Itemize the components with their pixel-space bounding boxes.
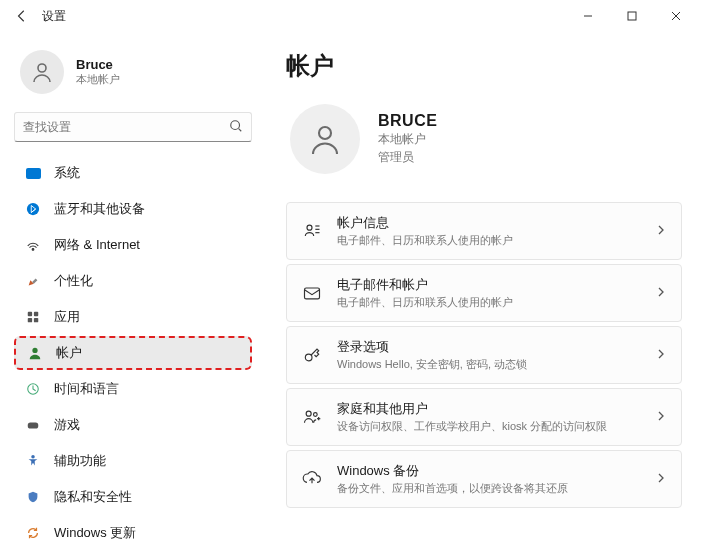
back-button[interactable]	[8, 2, 36, 30]
svg-point-22	[306, 411, 311, 416]
nav-label: 帐户	[56, 344, 82, 362]
accounts-icon	[26, 344, 44, 362]
card-title: Windows 备份	[337, 462, 655, 480]
svg-rect-10	[34, 318, 38, 322]
sidebar-item-accessibility[interactable]: 辅助功能	[14, 444, 252, 478]
nav-label: 蓝牙和其他设备	[54, 200, 145, 218]
profile-block: BRUCE 本地帐户 管理员	[290, 104, 682, 174]
svg-rect-7	[28, 312, 32, 316]
svg-point-2	[38, 64, 46, 72]
maximize-button[interactable]	[610, 2, 654, 30]
content-area: 帐户 BRUCE 本地帐户 管理员 帐户信息 电子邮件、日历和联系人使用的帐户	[260, 32, 706, 550]
account-info-icon	[301, 220, 323, 242]
chevron-right-icon	[655, 348, 667, 363]
sidebar: Bruce 本地帐户 系统 蓝牙和其他设备	[0, 32, 260, 550]
card-subtitle: 电子邮件、日历和联系人使用的帐户	[337, 295, 655, 310]
sidebar-user[interactable]: Bruce 本地帐户	[14, 42, 252, 112]
chevron-right-icon	[655, 472, 667, 487]
sidebar-item-windows-update[interactable]: Windows 更新	[14, 516, 252, 550]
svg-point-23	[314, 413, 318, 417]
nav-label: Windows 更新	[54, 524, 136, 542]
nav-label: 网络 & Internet	[54, 236, 140, 254]
update-icon	[24, 524, 42, 542]
svg-point-5	[27, 203, 39, 215]
svg-rect-20	[305, 288, 320, 299]
sidebar-item-apps[interactable]: 应用	[14, 300, 252, 334]
sidebar-user-name: Bruce	[76, 57, 120, 72]
close-button[interactable]	[654, 2, 698, 30]
apps-icon	[24, 308, 42, 326]
profile-account-type: 本地帐户	[378, 130, 437, 148]
card-subtitle: 电子邮件、日历和联系人使用的帐户	[337, 233, 655, 248]
svg-point-14	[31, 455, 35, 459]
sidebar-item-bluetooth[interactable]: 蓝牙和其他设备	[14, 192, 252, 226]
window-title: 设置	[42, 8, 66, 25]
sidebar-user-subtitle: 本地帐户	[76, 72, 120, 87]
network-icon	[24, 236, 42, 254]
card-account-info[interactable]: 帐户信息 电子邮件、日历和联系人使用的帐户	[286, 202, 682, 260]
svg-rect-8	[34, 312, 38, 316]
nav-label: 游戏	[54, 416, 80, 434]
sidebar-item-network[interactable]: 网络 & Internet	[14, 228, 252, 262]
time-language-icon	[24, 380, 42, 398]
privacy-icon	[24, 488, 42, 506]
svg-rect-1	[628, 12, 636, 20]
system-icon	[24, 164, 42, 182]
avatar-icon	[20, 50, 64, 94]
search-box[interactable]	[14, 112, 252, 142]
svg-point-11	[32, 348, 37, 353]
profile-name: BRUCE	[378, 112, 437, 130]
chevron-right-icon	[655, 286, 667, 301]
family-icon	[301, 406, 323, 428]
nav-label: 个性化	[54, 272, 93, 290]
backup-icon	[301, 468, 323, 490]
profile-role: 管理员	[378, 148, 437, 166]
key-icon	[301, 344, 323, 366]
accessibility-icon	[24, 452, 42, 470]
card-title: 帐户信息	[337, 214, 655, 232]
sidebar-nav: 系统 蓝牙和其他设备 网络 & Internet 个性化	[14, 156, 252, 550]
svg-rect-9	[28, 318, 32, 322]
svg-point-6	[32, 249, 34, 251]
card-title: 电子邮件和帐户	[337, 276, 655, 294]
svg-line-4	[239, 128, 242, 131]
svg-point-21	[305, 354, 312, 361]
svg-point-15	[319, 127, 331, 139]
avatar-icon	[290, 104, 360, 174]
sidebar-item-privacy[interactable]: 隐私和安全性	[14, 480, 252, 514]
svg-point-3	[231, 120, 240, 129]
nav-label: 辅助功能	[54, 452, 106, 470]
card-signin-options[interactable]: 登录选项 Windows Hello, 安全密钥, 密码, 动态锁	[286, 326, 682, 384]
card-windows-backup[interactable]: Windows 备份 备份文件、应用和首选项，以便跨设备将其还原	[286, 450, 682, 508]
sidebar-item-system[interactable]: 系统	[14, 156, 252, 190]
sidebar-item-personalization[interactable]: 个性化	[14, 264, 252, 298]
svg-point-16	[307, 225, 312, 230]
card-family-users[interactable]: 家庭和其他用户 设备访问权限、工作或学校用户、kiosk 分配的访问权限	[286, 388, 682, 446]
email-icon	[301, 282, 323, 304]
nav-label: 隐私和安全性	[54, 488, 132, 506]
page-title: 帐户	[286, 50, 682, 82]
card-subtitle: 备份文件、应用和首选项，以便跨设备将其还原	[337, 481, 655, 496]
card-title: 登录选项	[337, 338, 655, 356]
chevron-right-icon	[655, 410, 667, 425]
nav-label: 系统	[54, 164, 80, 182]
title-bar: 设置	[0, 0, 706, 32]
search-icon	[229, 119, 243, 136]
sidebar-item-accounts[interactable]: 帐户	[14, 336, 252, 370]
sidebar-item-time-language[interactable]: 时间和语言	[14, 372, 252, 406]
personalization-icon	[24, 272, 42, 290]
minimize-button[interactable]	[566, 2, 610, 30]
nav-label: 时间和语言	[54, 380, 119, 398]
chevron-right-icon	[655, 224, 667, 239]
svg-rect-13	[28, 422, 39, 428]
card-title: 家庭和其他用户	[337, 400, 655, 418]
card-subtitle: 设备访问权限、工作或学校用户、kiosk 分配的访问权限	[337, 419, 655, 434]
nav-label: 应用	[54, 308, 80, 326]
sidebar-item-gaming[interactable]: 游戏	[14, 408, 252, 442]
card-email-accounts[interactable]: 电子邮件和帐户 电子邮件、日历和联系人使用的帐户	[286, 264, 682, 322]
card-subtitle: Windows Hello, 安全密钥, 密码, 动态锁	[337, 357, 655, 372]
search-input[interactable]	[23, 120, 229, 134]
bluetooth-icon	[24, 200, 42, 218]
gaming-icon	[24, 416, 42, 434]
